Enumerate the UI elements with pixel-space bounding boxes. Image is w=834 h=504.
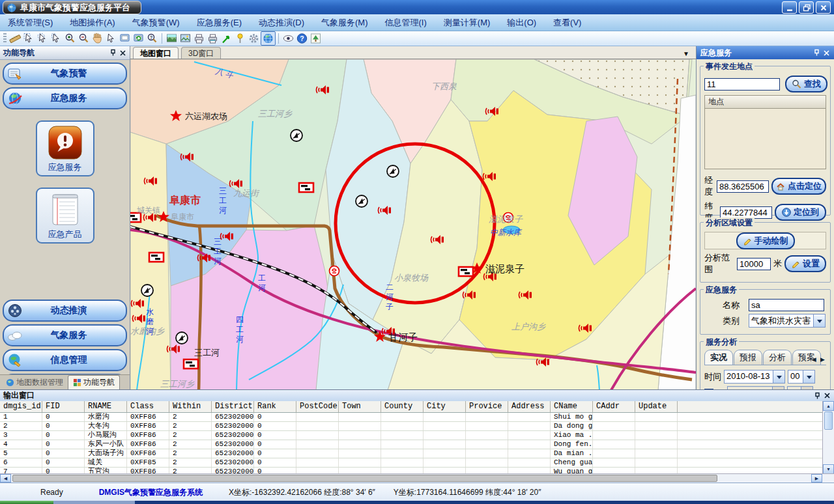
close-icon[interactable]: [824, 392, 831, 399]
gear-icon[interactable]: [247, 32, 261, 45]
table-row[interactable]: 20大冬沟0XFF8626523020000Da dong gou: [0, 422, 823, 431]
map-tab[interactable]: 3D窗口: [181, 47, 221, 59]
export-image-icon[interactable]: [179, 32, 192, 45]
refresh-icon[interactable]: [132, 32, 145, 45]
site-flag-marker[interactable]: [184, 359, 198, 369]
minimize-button[interactable]: [782, 1, 797, 14]
goto-location-button[interactable]: 定位到: [775, 204, 826, 221]
select-point-icon[interactable]: [50, 32, 63, 45]
panel-tab-selected[interactable]: 功能导航: [68, 375, 120, 389]
column-header[interactable]: CName: [551, 401, 593, 412]
nav-group-globe-color[interactable]: 应急服务: [3, 87, 127, 109]
analysis-tab-2[interactable]: 分析: [763, 350, 792, 365]
location-search-input[interactable]: [704, 78, 780, 91]
menu-A[interactable]: 地图操作(A): [70, 17, 115, 29]
column-header[interactable]: County: [381, 401, 424, 412]
eye-icon[interactable]: [281, 32, 295, 45]
column-header[interactable]: FID: [42, 401, 85, 412]
longitude-input[interactable]: [717, 180, 769, 193]
pointer-icon[interactable]: [104, 32, 118, 45]
menu-I[interactable]: 信息管理(I): [385, 17, 427, 29]
chevron-down-icon[interactable]: [803, 371, 814, 383]
menu-W[interactable]: 气象预警(W): [132, 17, 180, 29]
site-flag-marker[interactable]: [149, 253, 164, 262]
select-rect-icon[interactable]: [22, 32, 36, 45]
close-icon[interactable]: [119, 49, 126, 57]
column-header[interactable]: Rank: [254, 401, 296, 412]
nav-group-cloud[interactable]: 气象服务: [3, 324, 127, 346]
select-lasso-icon[interactable]: [36, 32, 50, 45]
scroll-up-icon[interactable]: ▲: [823, 401, 834, 411]
tree-view-icon[interactable]: [309, 32, 323, 45]
tab-scroll-arrows[interactable]: ◀ ▶: [812, 356, 826, 363]
menu-M[interactable]: 气象服务(M): [321, 17, 368, 29]
column-header[interactable]: Address: [508, 401, 551, 412]
hour-select[interactable]: 00: [788, 370, 815, 384]
analysis-tab-1[interactable]: 预报: [734, 350, 762, 365]
column-header[interactable]: RNAME: [85, 401, 127, 412]
column-header[interactable]: Provice: [466, 401, 508, 412]
column-header[interactable]: PostCode: [296, 401, 339, 412]
panel-tab-unselected[interactable]: 地图数据管理: [1, 376, 68, 389]
station-marker[interactable]: [141, 285, 153, 296]
toolbar-grip[interactable]: [3, 33, 7, 44]
search-button[interactable]: 查找: [785, 76, 827, 92]
help-icon[interactable]: ?: [295, 32, 309, 45]
globe-active-icon[interactable]: [261, 31, 276, 46]
set-range-button[interactable]: 设置: [784, 255, 826, 272]
menu-E[interactable]: 应急服务(E): [197, 17, 242, 29]
menu-S[interactable]: 系统管理(S): [8, 17, 53, 29]
horizontal-scrollbar[interactable]: ◀ ▶: [0, 473, 834, 483]
site-flag-marker[interactable]: [459, 267, 473, 276]
vertical-scrollbar[interactable]: ▲ ▼: [822, 401, 834, 474]
station-marker[interactable]: [356, 195, 367, 207]
column-header[interactable]: Within: [169, 401, 212, 412]
pin-icon[interactable]: [813, 49, 820, 57]
column-header[interactable]: dmgis_id: [0, 401, 42, 412]
station-marker[interactable]: [176, 332, 188, 344]
scroll-down-icon[interactable]: ▼: [823, 464, 834, 474]
analysis-tab-0[interactable]: 实况: [704, 350, 733, 365]
service-name-input[interactable]: [749, 299, 824, 311]
place-list[interactable]: [704, 108, 826, 169]
close-button[interactable]: [816, 1, 831, 14]
chevron-down-icon[interactable]: [773, 371, 784, 383]
printer-color-icon[interactable]: [206, 32, 220, 45]
latitude-input[interactable]: [720, 206, 772, 219]
scrollbar-thumb[interactable]: [12, 475, 717, 482]
column-header[interactable]: District: [212, 401, 254, 412]
pin-icon[interactable]: [814, 392, 821, 400]
click-locate-button[interactable]: 点击定位: [771, 178, 826, 195]
table-row[interactable]: 30小马厩沟0XFF8626523020000Xiao ma ...: [0, 431, 823, 440]
pin-icon[interactable]: [109, 49, 117, 57]
column-header[interactable]: CAddr: [593, 401, 635, 412]
column-header[interactable]: Class: [127, 401, 169, 412]
column-header[interactable]: Update: [635, 401, 678, 412]
map-tab[interactable]: 地图窗口: [133, 47, 179, 59]
station-marker[interactable]: [387, 165, 399, 177]
zoom-query-icon[interactable]: ?: [145, 32, 159, 45]
close-icon[interactable]: [823, 49, 830, 57]
ruler-icon[interactable]: [8, 32, 22, 45]
nav-group-film[interactable]: 动态推演: [3, 300, 127, 322]
column-header[interactable]: Town: [339, 401, 381, 412]
station-marker[interactable]: [291, 130, 302, 141]
column-header[interactable]: City: [424, 401, 466, 412]
nav-group-info-globe[interactable]: 信息管理: [3, 349, 127, 371]
site-flag-marker[interactable]: [299, 183, 313, 192]
zoom-in-icon[interactable]: [63, 32, 77, 45]
scroll-left-icon[interactable]: ◀: [0, 474, 11, 483]
shortcut-alert-big[interactable]: 应急服务: [36, 120, 94, 176]
table-row[interactable]: 60城关0XFF8526523020000Cheng guan: [0, 458, 823, 468]
pin-marker-icon[interactable]: [233, 32, 247, 45]
date-select[interactable]: 2010-08-13: [724, 370, 785, 384]
route-shield-marker[interactable]: [330, 266, 339, 276]
analysis-range-input[interactable]: [737, 258, 771, 270]
menu-M[interactable]: 测量计算(M): [444, 17, 491, 29]
output-table[interactable]: dmgis_idFIDRNAMEClassWithinDistrictRankP…: [0, 401, 823, 474]
shortcut-notepad-big[interactable]: 应急产品: [36, 188, 94, 244]
zoom-out-icon[interactable]: [77, 32, 91, 45]
menu-D[interactable]: 动态推演(D): [259, 17, 304, 29]
printer-icon[interactable]: [192, 32, 206, 45]
map-canvas[interactable]: 六运湖农场三工河乡下西泉九运街阜康市城关镇阜康市滋泥泉子中新水库滋泥泉子小泉牧场…: [130, 59, 696, 390]
